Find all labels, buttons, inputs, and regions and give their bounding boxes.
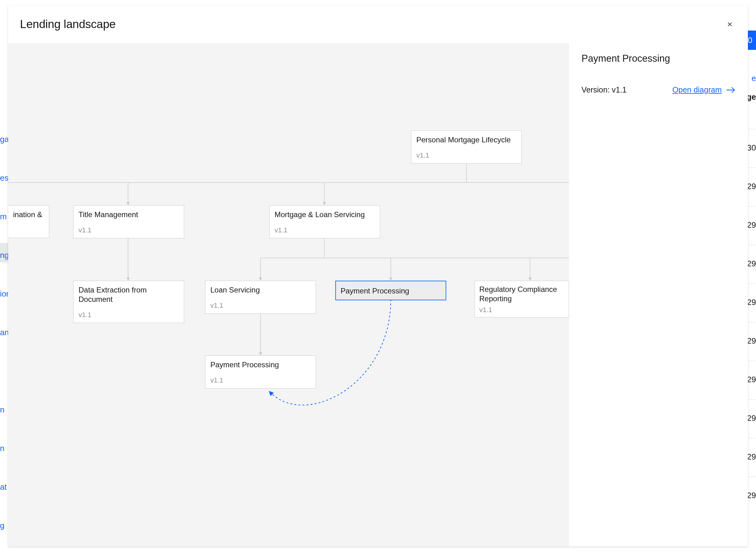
node-title: Personal Mortgage Lifecycle [416, 135, 516, 145]
modal-title: Lending landscape [20, 18, 116, 31]
node-title: Payment Processing [341, 286, 409, 296]
node-title: Title Management [79, 210, 179, 219]
node-title: Mortgage & Loan Servicing [274, 210, 375, 219]
arrow-right-icon [726, 87, 735, 94]
modal-body: Personal Mortgage Lifecycle v1.1 ination… [8, 43, 748, 546]
side-panel: Payment Processing Version: v1.1 Open di… [569, 43, 748, 546]
side-panel-row: Version: v1.1 Open diagram [582, 85, 735, 94]
open-diagram-link[interactable]: Open diagram [672, 85, 735, 94]
side-panel-version: Version: v1.1 [582, 85, 627, 94]
node-payment-processing-selected[interactable]: Payment Processing [335, 281, 446, 300]
node-title: Payment Processing [210, 360, 311, 370]
node-mortgage-loan-servicing[interactable]: Mortgage & Loan Servicing v1.1 [269, 205, 380, 238]
modal-dialog: Lending landscape [8, 6, 748, 546]
node-title: Regulatory Compliance Reporting [479, 285, 564, 303]
node-version: v1.1 [274, 226, 375, 234]
modal-header: Lending landscape [8, 6, 748, 43]
close-button[interactable] [724, 18, 736, 30]
node-regulatory-compliance[interactable]: Regulatory Compliance Reporting v1.1 [475, 281, 569, 317]
node-version: v1.1 [479, 306, 564, 314]
node-title: ination & [13, 210, 44, 219]
node-title: Data Extraction from Document [79, 285, 179, 304]
node-title: Loan Servicing [210, 285, 311, 295]
node-title-management[interactable]: Title Management v1.1 [73, 205, 184, 238]
node-personal-mortgage-lifecycle[interactable]: Personal Mortgage Lifecycle v1.1 [411, 131, 522, 163]
diagram-canvas[interactable]: Personal Mortgage Lifecycle v1.1 ination… [8, 43, 569, 546]
open-diagram-label: Open diagram [672, 85, 722, 94]
node-origination-partial[interactable]: ination & [8, 205, 49, 238]
node-version: v1.1 [79, 226, 179, 234]
node-version: v1.1 [416, 151, 516, 159]
node-version: v1.1 [210, 376, 311, 384]
side-panel-title: Payment Processing [582, 53, 735, 64]
bg-top-link[interactable]: e [752, 74, 756, 83]
node-loan-servicing[interactable]: Loan Servicing v1.1 [205, 281, 316, 314]
node-version: v1.1 [79, 311, 179, 319]
close-icon [726, 20, 734, 28]
node-payment-processing-leaf[interactable]: Payment Processing v1.1 [205, 356, 316, 389]
node-version: v1.1 [210, 301, 311, 310]
node-data-extraction[interactable]: Data Extraction from Document v1.1 [73, 281, 184, 323]
